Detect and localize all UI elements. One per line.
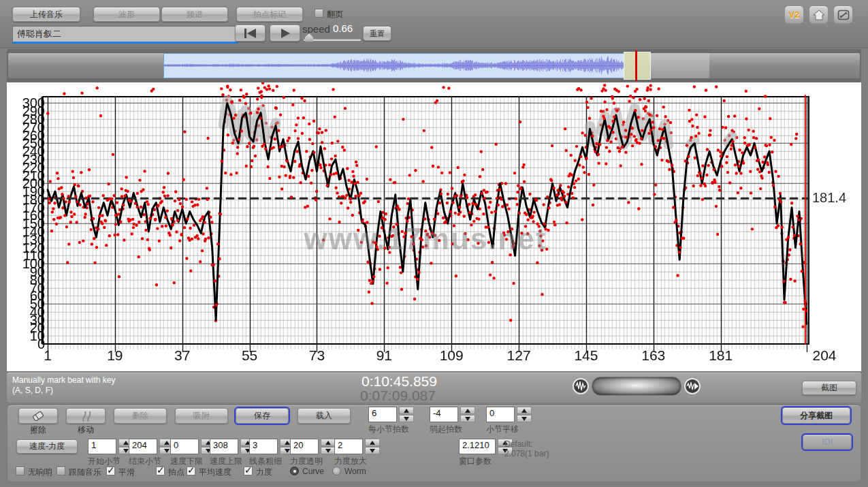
load-button[interactable]: 载入 [298, 408, 351, 424]
move-tool-label: 移动 [66, 424, 106, 436]
stepper-value-field[interactable]: 20 [290, 439, 319, 454]
fullscreen-icon [837, 10, 850, 20]
reset-speed-button[interactable]: 重置 [363, 26, 391, 41]
ioi-button[interactable]: IOI [803, 435, 852, 450]
stepper-down-button[interactable] [460, 415, 475, 422]
stepper-每小节拍数: 6 [368, 407, 414, 422]
erase-tool-label: 擦除 [18, 424, 58, 436]
move-tool-button[interactable] [66, 408, 106, 424]
beat-tracking-app: 上传音乐 波形 频谱 拍点标记 翻页 speed 0.66 重置 V2 [0, 0, 868, 487]
stepper-value-field[interactable]: 1 [88, 439, 116, 454]
stepper-label: 速度下限 [170, 456, 203, 467]
tempo-chart-panel[interactable]: 3002902802702602502402302202102001901801… [7, 82, 861, 371]
stepper-up-button[interactable] [321, 439, 336, 446]
stepper-label: 每小节拍数 [368, 424, 409, 435]
waveform-selection[interactable] [624, 52, 651, 80]
watermark: www.17mus.net [266, 222, 585, 256]
wave-min-icon[interactable] [572, 377, 590, 395]
stepper-up-button[interactable] [399, 407, 414, 414]
erase-tool-button[interactable] [18, 408, 58, 424]
skip-to-start-button[interactable] [235, 25, 266, 42]
stepper-value-field[interactable]: 204 [129, 439, 157, 454]
top-toolbar: 上传音乐 波形 频谱 拍点标记 翻页 speed 0.66 重置 V2 [0, 0, 868, 48]
stepper-value-field[interactable]: -4 [430, 407, 458, 422]
speed-slider[interactable] [304, 39, 361, 41]
x-tick-label: 181 [701, 347, 741, 364]
move-curve-icon [78, 409, 93, 423]
beat-mark-button[interactable]: 拍点标记 [236, 7, 303, 22]
stepper-value-field[interactable]: 0 [486, 407, 515, 422]
stepper-down-button[interactable] [399, 415, 414, 422]
wave-max-icon[interactable] [684, 377, 701, 395]
stepper-label: 力度透明 [290, 456, 323, 467]
stepper-value-field[interactable]: 0 [170, 439, 199, 454]
track-title-input[interactable] [12, 26, 238, 44]
radio-Curve[interactable] [290, 467, 299, 475]
home-button[interactable] [809, 5, 829, 24]
play-button[interactable] [270, 25, 300, 42]
stepper-value-field[interactable]: 6 [368, 407, 397, 422]
upload-music-button[interactable]: 上传音乐 [12, 7, 80, 22]
stepper-label: 开始小节 [88, 456, 120, 467]
bottom-control-panel: 擦除 移动 删除 吸附 保存 载入 速度-力度 6每小节拍数-4弱起拍数0小节平… [7, 405, 861, 482]
stepper-开始小节: 1 [88, 439, 133, 454]
play-icon [278, 28, 292, 39]
checkbox-label: 平滑 [118, 467, 135, 478]
stepper-label: 力度放大 [334, 456, 367, 467]
stepper-label: 速度上限 [210, 456, 242, 467]
x-tick-label: 204 [804, 347, 845, 364]
waveform-region[interactable] [163, 53, 625, 78]
x-tick-label: 37 [162, 347, 203, 364]
home-icon [813, 10, 825, 20]
x-tick-label: 127 [498, 347, 539, 364]
radio-label: Curve [302, 467, 324, 476]
x-tick-label: 109 [431, 347, 472, 364]
checkbox-力度[interactable] [244, 467, 253, 475]
checkbox-跟随音乐[interactable] [57, 467, 65, 475]
speed-dynamics-button[interactable]: 速度-力度 [16, 439, 78, 454]
waveform-zoom-slider[interactable] [592, 377, 681, 396]
eraser-icon [31, 409, 46, 423]
page-turn-checkbox[interactable] [315, 9, 323, 18]
stepper-label: 线条粗细 [249, 456, 282, 467]
checkbox-平均速度[interactable] [187, 467, 195, 475]
spectrum-tab-button[interactable]: 频谱 [161, 7, 228, 22]
waveform-tab-button[interactable]: 波形 [93, 7, 160, 22]
stepper-value-field[interactable]: 2.1210 [459, 439, 496, 454]
radio-Worm[interactable] [332, 467, 341, 475]
checkbox-平滑[interactable] [106, 467, 115, 475]
save-button[interactable]: 保存 [236, 408, 289, 424]
stepper-down-button[interactable] [365, 447, 380, 454]
x-tick-label: 91 [364, 347, 404, 364]
v2-version-badge[interactable]: V2 [784, 5, 804, 24]
stepper-力度放大: 2 [334, 439, 380, 454]
speed-label: speed [302, 23, 330, 35]
snap-button[interactable]: 吸附 [175, 408, 228, 424]
screenshot-button[interactable]: 截图 [802, 381, 856, 395]
stepper-up-button[interactable] [460, 407, 475, 414]
stepper-value-field[interactable]: 3 [249, 439, 278, 454]
fullscreen-button[interactable] [833, 5, 853, 24]
checkbox-label: 无响哨 [28, 467, 52, 478]
stepper-value-field[interactable]: 308 [210, 439, 238, 454]
share-screenshot-button[interactable]: 分享截图 [782, 407, 850, 424]
waveform-canvas [164, 54, 624, 78]
delete-button[interactable]: 删除 [114, 408, 167, 424]
stepper-up-button[interactable] [365, 439, 380, 446]
stepper-value-field[interactable]: 2 [334, 439, 363, 454]
x-tick-label: 145 [566, 347, 607, 364]
stepper-up-button[interactable] [517, 407, 532, 414]
stepper-力度透明: 20 [290, 439, 336, 454]
stepper-down-button[interactable] [321, 447, 336, 454]
checkbox-拍点[interactable] [156, 467, 165, 475]
speed-value: 0.66 [333, 22, 353, 34]
waveform-playhead[interactable] [635, 50, 637, 81]
waveform-track[interactable] [8, 53, 860, 78]
x-tick-label: 55 [229, 347, 270, 364]
checkbox-label: 力度 [256, 467, 272, 478]
stepper-速度上限: 308 [210, 439, 255, 454]
time-secondary: 0:07:09.087 [360, 388, 436, 404]
stepper-down-button[interactable] [517, 415, 532, 422]
checkbox-无响哨[interactable] [16, 467, 25, 475]
window-param-default-note: Default: 2.078(1 bar) [504, 439, 549, 458]
